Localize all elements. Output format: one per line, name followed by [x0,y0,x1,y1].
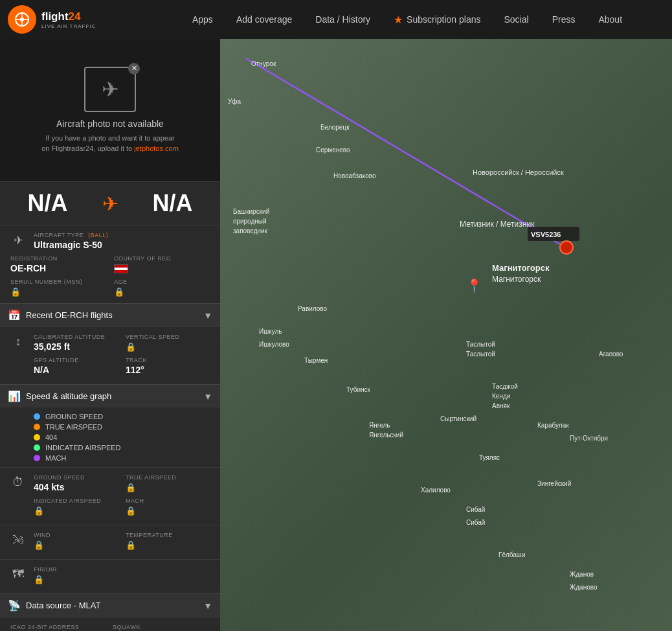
legend-ground-speed: GROUND SPEED [34,413,210,420]
navbar: flight24 LIVE AIR TRAFFIC Apps Add cover… [0,0,672,39]
aircraft-type-content: AIRCRAFT TYPE (BALL) Ultramagic S-50 [34,232,210,250]
speed-graph-header[interactable]: 📊 Speed & altitude graph ▼ [0,384,220,407]
ground-speed-label: GROUND SPEED [45,413,103,420]
svg-text:Новоабзаково: Новоабзаково [333,172,376,179]
radar-icon: 📡 [8,599,21,612]
temp-value: 🔒 [126,540,210,550]
serial-value: 🔒 [10,286,106,297]
speed-content: GROUND SPEED 404 kts TRUE AIRSPEED 🔒 IND… [34,474,210,516]
wind-label: WIND [34,532,118,538]
speed-legend: GROUND SPEED TRUE AIRSPEED 404 INDICATED… [0,407,220,467]
svg-text:Серменево: Серменево [316,146,350,154]
type-label-text: AIRCRAFT TYPE [34,232,84,238]
svg-text:Гёлбаши: Гёлбаши [498,551,525,558]
photo-area: ✈ ✕ Aircraft photo not available If you … [0,39,220,181]
tas-value: 🔒 [126,482,210,492]
calendar-icon: 📅 [8,309,21,321]
indicated-airspeed-label: INDICATED AIRSPEED [45,444,121,452]
data-source-header[interactable]: 📡 Data source - MLAT ▼ [0,593,220,617]
logo[interactable]: flight24 LIVE AIR TRAFFIC [0,5,142,34]
svg-text:природный: природный [233,218,267,225]
svg-text:Уфа: Уфа [228,98,241,105]
jetphotos-link[interactable]: jetphotos.com [134,144,178,152]
vertical-speed-field: VERTICAL SPEED 🔒 [126,334,210,352]
nav-subscription-label: Subscription plans [407,14,480,25]
nav-add-coverage[interactable]: Add coverage [226,9,302,30]
svg-text:Тырмен: Тырмен [304,357,328,364]
svg-point-41 [560,241,573,254]
speed-row: ⏱ GROUND SPEED 404 kts TRUE AIRSPEED 🔒 I… [10,474,210,516]
track-label: TRACK [126,357,210,363]
type-suffix: (BALL) [88,232,108,238]
mach-dot [34,455,40,461]
plane-icon-center: ✈ [102,192,118,215]
aircraft-type-row: ✈ AIRCRAFT TYPE (BALL) Ultramagic S-50 [10,232,210,250]
track-value: 112° [126,365,210,375]
ias-lock-icon: 🔒 [34,506,44,516]
flight-path-svg: Отнурок Уфа Белорецк Серменево Новоабзак… [220,39,672,631]
subscription-icon: ★ [394,14,403,26]
gps-alt-field: GPS ALTITUDE N/A [34,357,118,375]
gps-alt-label: GPS ALTITUDE [34,357,118,363]
svg-text:Магнитогорск: Магнитогорск [492,263,550,273]
svg-text:Новороссийск / Нероссийск: Новороссийск / Нероссийск [473,168,564,176]
fir-value: 🔒 [34,574,210,584]
nav-about[interactable]: About [588,9,633,30]
recent-flights-header[interactable]: 📅 Recent OE-RCH flights ▼ [0,303,220,327]
weather-section: 🌬 WIND 🔒 TEMPERATURE 🔒 [0,525,220,559]
age-value: 🔒 [114,286,210,297]
ground-speed-field: GROUND SPEED 404 kts [34,474,118,492]
speed-grid: GROUND SPEED 404 kts TRUE AIRSPEED 🔒 IND… [34,474,210,516]
svg-text:Ишкуль: Ишкуль [259,328,282,335]
transponder-section: ICAO 24-BIT ADDRESS 440054 SQUAWK 🔒 LATI… [0,617,220,631]
true-airspeed-field: TRUE AIRSPEED 🔒 [126,474,210,492]
weather-content: WIND 🔒 TEMPERATURE 🔒 [34,532,210,550]
svg-text:Башкирский: Башкирский [233,208,269,215]
temperature-field: TEMPERATURE 🔒 [126,532,210,550]
fir-icon: 🗺 [10,568,26,581]
calibrated-alt-value: 35,025 ft [34,341,118,352]
country-value [114,263,210,273]
gps-alt-value: N/A [34,365,118,375]
map[interactable]: Отнурок Уфа Белорецк Серменево Новоабзак… [220,39,672,631]
altitude-icon: ↕ [10,335,26,349]
svg-text:Авняк: Авняк [492,402,510,409]
ias-label: INDICATED AIRSPEED [34,498,118,504]
svg-text:заповедник: заповедник [233,227,268,235]
svg-text:VSV5236: VSV5236 [531,231,561,238]
mach-label: MACH [45,454,66,462]
legend-indicated-airspeed: INDICATED AIRSPEED [34,444,210,452]
logo-sub: LIVE AIR TRAFFIC [41,23,96,29]
age-field: AGE 🔒 [114,279,210,297]
age-lock-icon: 🔒 [114,287,124,297]
svg-text:Тубинск: Тубинск [346,386,370,393]
altitude-content: CALIBRATED ALTITUDE 35,025 ft VERTICAL S… [34,334,210,375]
squawk-field: SQUAWK 🔒 [113,624,210,631]
nav-data-history[interactable]: Data / History [305,9,381,30]
nav-social[interactable]: Social [494,9,539,30]
svg-text:Карабулак: Карабулак [537,422,569,429]
right-speed-value: N/A [153,190,193,217]
transponder-grid: ICAO 24-BIT ADDRESS 440054 SQUAWK 🔒 LATI… [10,624,210,631]
svg-text:Халилово: Халилово [421,487,451,494]
svg-text:Таслытой: Таслытой [466,341,495,348]
track-field: TRACK 112° [126,357,210,375]
icao-field: ICAO 24-BIT ADDRESS 440054 [10,624,107,631]
aircraft-type-label: AIRCRAFT TYPE (BALL) [34,232,210,238]
altitude-row: ↕ CALIBRATED ALTITUDE 35,025 ft VERTICAL… [10,334,210,375]
svg-text:Метизник / Метизник: Метизник / Метизник [460,220,535,229]
temp-label: TEMPERATURE [126,532,210,538]
map-background: Отнурок Уфа Белорецк Серменево Новоабзак… [220,39,672,631]
svg-text:Янгель: Янгель [369,422,390,429]
mach-lock-icon: 🔒 [126,506,136,516]
registration-field: REGISTRATION OE-RCH [10,255,106,273]
country-label: COUNTRY OF REG. [114,255,210,262]
nav-press[interactable]: Press [542,9,586,30]
vertical-lock-icon: 🔒 [126,342,136,352]
nav-subscription[interactable]: ★ Subscription plans [383,8,491,31]
svg-text:Тасджой: Тасджой [492,383,518,390]
nav-apps[interactable]: Apps [182,9,223,30]
svg-text:Сибай: Сибай [466,519,485,526]
svg-line-2 [246,58,563,246]
svg-text:Янгельский: Янгельский [369,431,403,439]
